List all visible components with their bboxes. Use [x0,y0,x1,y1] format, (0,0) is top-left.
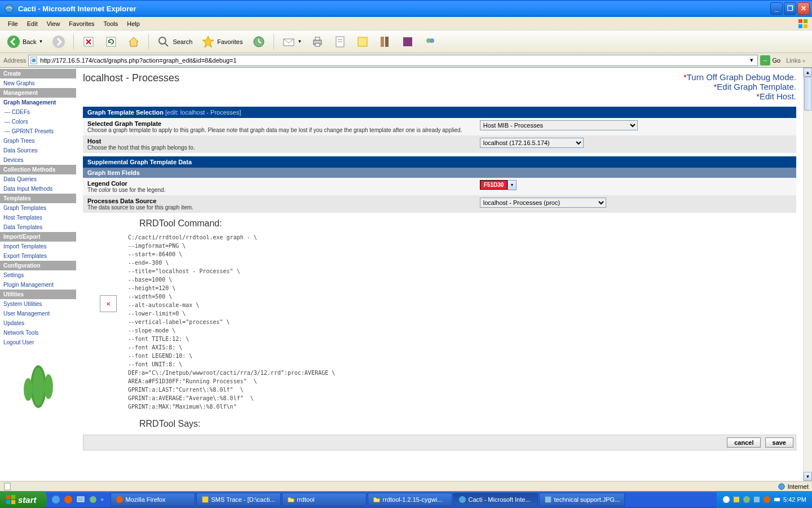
notes-icon [356,35,369,49]
close-button[interactable]: ✕ [797,2,810,15]
forward-button[interactable] [48,33,69,51]
research-button[interactable] [375,33,395,51]
notes-button[interactable] [352,33,373,51]
back-icon [7,35,20,49]
history-button[interactable] [249,33,269,51]
window-title: Cacti - Microsoft Internet Explorer [18,5,770,13]
messenger-icon [423,35,437,49]
chevron-down-icon: ▼ [38,39,43,44]
edit-button[interactable] [330,33,350,51]
svg-rect-4 [804,24,807,28]
maximize-button[interactable]: ❐ [784,2,796,15]
address-dropdown[interactable]: ▾ [747,56,756,64]
messenger-button[interactable] [420,33,440,51]
address-input[interactable] [38,57,747,64]
window-titlebar: Cacti - Microsoft Internet Explorer _ ❐ … [0,0,812,17]
svg-rect-20 [381,37,384,47]
edit-doc-icon [333,35,347,49]
print-icon [311,35,324,49]
svg-point-24 [430,38,434,43]
refresh-button[interactable] [101,33,121,51]
onenote-button[interactable] [398,33,418,51]
svg-rect-3 [798,24,802,28]
favorites-button[interactable]: Favorites [198,33,246,51]
windows-flag-icon [797,18,809,29]
back-button[interactable]: Back ▼ [3,33,46,51]
page-icon [30,56,38,64]
menu-edit[interactable]: Edit [23,19,42,29]
svg-rect-1 [798,19,802,23]
onenote-icon [401,35,414,49]
stop-button[interactable] [78,33,99,51]
mail-button[interactable]: ▼ [279,33,306,51]
mail-icon [282,35,295,49]
menu-tools[interactable]: Tools [99,19,123,29]
menu-help[interactable]: Help [122,19,144,29]
forward-icon [52,35,65,49]
svg-rect-19 [358,37,367,46]
address-bar: Address ▾ → Go Links » [0,53,812,68]
menu-view[interactable]: View [42,19,65,29]
svg-point-26 [32,58,36,62]
svg-rect-14 [315,37,320,40]
svg-point-9 [159,37,166,44]
home-icon [127,35,140,49]
research-icon [378,35,392,49]
svg-rect-2 [804,19,807,23]
home-button[interactable] [123,33,144,51]
history-icon [252,35,266,49]
svg-rect-21 [385,37,389,47]
search-button[interactable]: Search [153,33,196,51]
print-button[interactable] [307,33,328,51]
svg-point-5 [7,36,20,48]
minimize-button[interactable]: _ [770,2,783,15]
links-label[interactable]: Links » [783,57,809,64]
toolbar: Back ▼ Search Favorites ▼ [0,30,812,53]
svg-rect-15 [315,43,320,46]
menu-bar: File Edit View Favorites Tools Help [0,17,812,30]
refresh-icon [104,35,118,49]
svg-point-6 [52,36,65,48]
go-button[interactable]: → [760,55,770,65]
search-icon [157,35,170,49]
menu-file[interactable]: File [3,19,23,29]
svg-rect-22 [403,37,412,46]
svg-line-10 [165,43,168,46]
go-label: Go [773,57,781,64]
address-input-wrapper[interactable]: ▾ [28,55,757,66]
ie-icon [5,4,14,13]
menu-favorites[interactable]: Favorites [64,19,99,29]
stop-icon [82,35,95,49]
star-icon [201,35,215,49]
address-label: Address [3,57,26,64]
